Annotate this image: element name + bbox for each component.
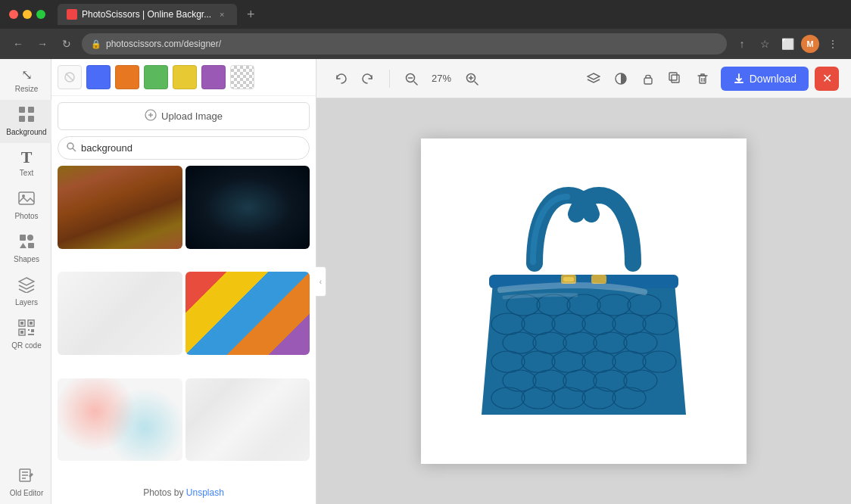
background-item-colorful-stripes[interactable] [185, 272, 310, 355]
zoom-level: 27% [426, 73, 457, 84]
svg-point-29 [67, 143, 73, 149]
extensions-button[interactable]: ⬜ [778, 35, 796, 53]
background-item-marble[interactable] [185, 378, 310, 462]
background-panel: Upload Image Photos by Unsplash ‹ [51, 59, 316, 504]
svg-rect-18 [31, 329, 34, 332]
sidebar-item-old-editor[interactable]: Old Editor [0, 461, 51, 504]
background-grid [51, 166, 316, 481]
color-swatch-yellow[interactable] [173, 65, 197, 89]
shapes-icon [18, 233, 35, 252]
svg-rect-42 [669, 73, 677, 80]
upload-image-button[interactable]: Upload Image [58, 102, 310, 130]
color-swatch-purple[interactable] [201, 65, 226, 89]
user-avatar[interactable]: M [801, 35, 819, 53]
sidebar-label-photos: Photos [14, 212, 38, 221]
close-window-button[interactable] [9, 10, 18, 19]
svg-rect-19 [28, 334, 34, 335]
svg-rect-0 [19, 107, 25, 113]
color-swatch-blue[interactable] [86, 65, 111, 89]
svg-rect-46 [734, 82, 743, 83]
download-button[interactable]: Download [721, 67, 809, 91]
history-toolbar-group [329, 67, 380, 91]
browser-nav: ← → ↻ 🔒 photoscissors.com/designer/ ↑ ☆ … [0, 29, 851, 59]
search-input[interactable] [81, 142, 301, 154]
editor-toolbar: 27% [316, 59, 851, 98]
layers-action-button[interactable] [581, 67, 606, 91]
sidebar-item-background[interactable]: Background [0, 100, 51, 143]
sidebar-label-background: Background [6, 128, 46, 137]
sidebar-item-text[interactable]: T Text [0, 143, 51, 184]
svg-rect-16 [20, 331, 23, 334]
background-item-watercolor[interactable] [58, 378, 182, 462]
minimize-window-button[interactable] [23, 10, 32, 19]
sidebar-item-layers[interactable]: Layers [0, 270, 51, 313]
sidebar-label-old-editor: Old Editor [10, 489, 43, 498]
photos-by-text: Photos by [143, 487, 183, 498]
svg-line-35 [475, 82, 478, 85]
background-item-white-texture[interactable] [58, 272, 182, 355]
color-swatch-green[interactable] [144, 65, 168, 89]
sidebar-item-qr-code[interactable]: QR code [0, 313, 51, 356]
background-item-wood[interactable] [58, 166, 182, 249]
sidebar-label-qr-code: QR code [11, 341, 41, 350]
active-tab[interactable]: PhotoScissors | Online Backgr... × [58, 4, 237, 25]
canvas-frame [421, 138, 747, 464]
svg-rect-4 [19, 192, 34, 204]
sidebar-item-photos[interactable]: Photos [0, 184, 51, 227]
search-box[interactable] [58, 136, 310, 160]
tab-close-button[interactable]: × [216, 8, 228, 20]
zoom-out-button[interactable] [399, 67, 423, 91]
svg-rect-6 [20, 235, 26, 241]
background-item-dark[interactable] [185, 166, 310, 249]
no-color-swatch[interactable] [58, 65, 82, 89]
zoom-toolbar-group: 27% [399, 67, 484, 91]
undo-button[interactable] [329, 67, 353, 91]
sidebar-label-shapes: Shapes [14, 255, 39, 264]
sidebar-label-layers: Layers [15, 298, 38, 307]
traffic-lights [9, 10, 45, 19]
svg-rect-9 [28, 243, 34, 248]
svg-line-25 [66, 73, 73, 81]
lock-button[interactable] [636, 67, 660, 91]
share-button[interactable]: ↑ [733, 35, 751, 53]
resize-icon: ⤡ [21, 68, 33, 82]
duplicate-button[interactable] [663, 67, 687, 91]
tab-favicon [67, 9, 77, 20]
svg-marker-38 [588, 73, 600, 79]
sidebar-label-resize: Resize [15, 85, 39, 94]
back-button[interactable]: ← [9, 35, 27, 53]
opacity-button[interactable] [609, 67, 633, 91]
qr-code-icon [18, 319, 35, 338]
photos-icon [18, 190, 35, 209]
close-editor-button[interactable]: ✕ [815, 67, 839, 91]
canvas-area[interactable] [316, 98, 851, 504]
svg-rect-1 [28, 107, 34, 113]
new-tab-button[interactable]: + [240, 4, 261, 25]
bookmark-button[interactable]: ☆ [756, 35, 774, 53]
color-swatch-orange[interactable] [115, 65, 139, 89]
tab-title: PhotoScissors | Online Backgr... [82, 9, 211, 20]
address-bar[interactable]: 🔒 photoscissors.com/designer/ [82, 33, 727, 54]
zoom-in-button[interactable] [460, 67, 484, 91]
reload-button[interactable]: ↻ [58, 35, 76, 53]
browser-menu-button[interactable]: ⋮ [824, 35, 842, 53]
svg-rect-81 [591, 275, 606, 284]
maximize-window-button[interactable] [36, 10, 45, 19]
upload-icon [145, 109, 157, 123]
svg-rect-43 [700, 76, 706, 83]
sidebar-item-resize[interactable]: ⤡ Resize [0, 62, 51, 100]
panel-collapse-button[interactable]: ‹ [316, 266, 326, 297]
color-swatches-toolbar [51, 59, 316, 96]
redo-button[interactable] [356, 67, 380, 91]
background-icon [18, 106, 35, 125]
address-text: photoscissors.com/designer/ [106, 39, 221, 49]
svg-rect-3 [28, 116, 34, 122]
old-editor-icon [18, 467, 35, 486]
svg-point-7 [27, 235, 33, 241]
color-swatch-transparent[interactable] [230, 65, 254, 89]
delete-button[interactable] [690, 67, 715, 91]
sidebar-item-shapes[interactable]: Shapes [0, 227, 51, 270]
unsplash-link[interactable]: Unsplash [186, 487, 224, 498]
text-icon: T [21, 149, 33, 166]
forward-button[interactable]: → [33, 35, 51, 53]
